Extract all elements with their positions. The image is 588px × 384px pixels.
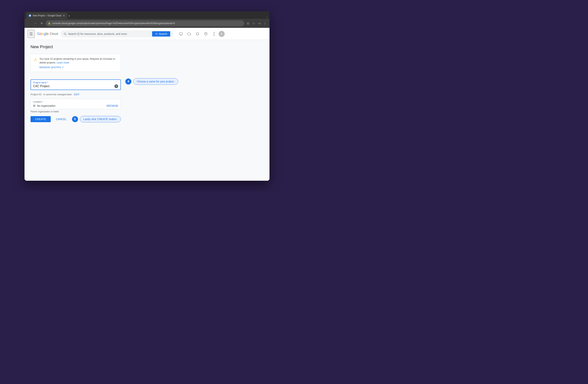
- nav-bar: ← → ↻ 🔒 console.cloud.google.com/project…: [24, 19, 270, 28]
- search-button[interactable]: Search: [152, 31, 170, 37]
- page-content: New Project ⚠ You have 22 projects remai…: [24, 40, 270, 181]
- location-wrapper[interactable]: Location * ⊞ No organization BROWSE: [31, 99, 121, 109]
- learn-more-link[interactable]: Learn more: [57, 61, 69, 64]
- create-button[interactable]: CREATE: [31, 116, 51, 122]
- browser-actions: ⊡ ☆ ▭ ⋮: [245, 21, 268, 26]
- browse-button[interactable]: BROWSE: [107, 104, 118, 107]
- svg-point-9: [214, 35, 214, 36]
- svg-rect-5: [179, 33, 182, 35]
- cast-button[interactable]: ⊡: [245, 21, 251, 26]
- browser-tab[interactable]: New Project – Google Cloud ✕: [26, 12, 67, 19]
- manage-quotas-link[interactable]: MANAGE QUOTAS ↗: [39, 66, 64, 69]
- svg-point-7: [214, 32, 214, 33]
- search-placeholder: Search (/) for resources, docs, products…: [68, 32, 150, 35]
- browser-window: New Project – Google Cloud ✕ + ⌄ ← → ↻ 🔒…: [24, 11, 270, 181]
- address-bar[interactable]: 🔒 console.cloud.google.com/projectcreate…: [46, 20, 244, 26]
- notification-icon: [196, 32, 199, 36]
- step5-badge: 5: [72, 116, 78, 122]
- project-id-note: It cannot be changed later.: [43, 93, 72, 96]
- location-label: Location *: [33, 100, 118, 103]
- more-button[interactable]: ⋮: [262, 21, 268, 26]
- quota-warning-box: ⚠ You have 22 projects remaining in your…: [31, 54, 121, 72]
- help-icon: [204, 32, 208, 36]
- warning-content: You have 22 projects remaining in your q…: [39, 57, 118, 69]
- project-id-row: Project ID: It cannot be changed later. …: [31, 93, 121, 96]
- tab-favicon: [29, 14, 31, 17]
- project-name-input[interactable]: [33, 84, 114, 88]
- refresh-button[interactable]: ↻: [39, 21, 44, 26]
- step4-tooltip: Choose a name for your project.: [133, 78, 178, 85]
- location-icon: ⊞: [33, 104, 35, 108]
- bookmark-button[interactable]: ☆: [251, 21, 256, 26]
- svg-point-0: [29, 15, 31, 16]
- edit-project-id-link[interactable]: EDIT: [74, 93, 80, 96]
- location-field: Location * ⊞ No organization BROWSE Pare…: [31, 99, 121, 113]
- cloud-icon-button[interactable]: [186, 30, 193, 38]
- step5-tooltip: Lastly click 'CREATE' button.: [80, 116, 121, 122]
- form-area: Project name * ? Project ID: It cannot b…: [31, 77, 263, 122]
- forward-button[interactable]: →: [33, 21, 38, 26]
- url-text: console.cloud.google.com/projectcreate?p…: [52, 22, 242, 25]
- support-icon-button[interactable]: [177, 30, 185, 38]
- cloud-icon: [187, 32, 191, 36]
- cloud-text: Cloud: [50, 32, 58, 36]
- more-options-button[interactable]: [210, 30, 218, 38]
- secure-icon: 🔒: [48, 22, 51, 25]
- back-button[interactable]: ←: [26, 21, 32, 26]
- tab-bar: New Project – Google Cloud ✕ + ⌄: [24, 11, 270, 19]
- google-logo-text: Google: [37, 32, 49, 36]
- page-title: New Project: [31, 44, 263, 49]
- sidebar-button[interactable]: ▭: [257, 21, 262, 26]
- location-hint: Parent organization or folder: [31, 110, 121, 113]
- step5-hint: 5 Lastly click 'CREATE' button.: [72, 116, 121, 122]
- step4-badge: 4: [125, 78, 131, 84]
- gc-logo[interactable]: Google Cloud: [37, 32, 58, 36]
- notification-button[interactable]: [194, 30, 201, 38]
- help-button[interactable]: [202, 30, 210, 38]
- header-icons: A: [177, 30, 225, 38]
- svg-point-6: [204, 32, 207, 35]
- step4-hint: 4 Choose a name for your project.: [125, 78, 178, 85]
- search-btn-icon: [155, 33, 158, 35]
- project-id-label: Project ID:: [31, 93, 42, 96]
- svg-line-2: [65, 35, 66, 35]
- project-name-label: Project name *: [33, 81, 118, 84]
- gc-search-bar[interactable]: Search (/) for resources, docs, products…: [60, 30, 173, 38]
- search-icon: [63, 32, 66, 35]
- tab-menu-arrow[interactable]: ⌄: [266, 16, 268, 18]
- cancel-button[interactable]: CANCEL: [53, 116, 70, 122]
- tab-close-button[interactable]: ✕: [63, 14, 65, 17]
- form-section: Project name * ? Project ID: It cannot b…: [31, 77, 121, 122]
- location-value: No organization: [37, 104, 55, 107]
- search-button-label: Search: [159, 32, 167, 35]
- project-name-wrapper[interactable]: Project name * ?: [31, 79, 121, 90]
- project-name-help-icon[interactable]: ?: [114, 84, 118, 88]
- support-icon: [179, 32, 183, 36]
- new-tab-button[interactable]: +: [68, 14, 70, 18]
- svg-point-8: [214, 34, 214, 34]
- vertical-dots-icon: [214, 32, 214, 36]
- svg-line-4: [157, 34, 157, 35]
- external-link-icon: ↗: [62, 66, 64, 69]
- avatar[interactable]: A: [219, 31, 225, 37]
- action-row: CREATE CANCEL 5 Lastly click 'CREATE' bu…: [31, 116, 121, 122]
- warning-text: You have 22 projects remaining in your q…: [39, 57, 118, 64]
- project-name-field: Project name * ?: [31, 79, 121, 90]
- gc-header: ☰ Google Cloud Search (/) for resources,…: [24, 28, 270, 40]
- hamburger-menu-button[interactable]: ☰: [27, 30, 35, 38]
- tab-title: New Project – Google Cloud: [33, 14, 61, 17]
- warning-icon: ⚠: [34, 58, 37, 62]
